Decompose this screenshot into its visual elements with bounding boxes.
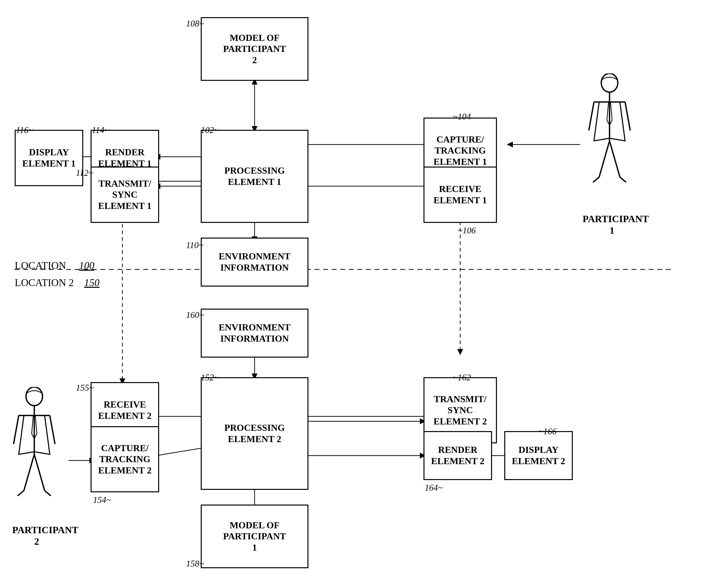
model-participant2-box: MODEL OFPARTICIPANT2 xyxy=(201,17,308,81)
ref-106: ~106 xyxy=(458,225,476,236)
env-info1-box: ENVIRONMENTINFORMATION xyxy=(201,237,308,286)
ref-110: 110~ xyxy=(186,240,203,250)
env-info2-box: ENVIRONMENTINFORMATION xyxy=(201,309,308,358)
participant2-label: PARTICIPANT2 xyxy=(12,524,61,547)
display2-box: DISPLAYELEMENT 2 xyxy=(504,431,573,480)
receive1-box: RECEIVEELEMENT 1 xyxy=(423,167,497,223)
svg-line-57 xyxy=(14,415,19,444)
ref-166: ~166 xyxy=(539,426,556,436)
svg-line-48 xyxy=(589,102,594,130)
svg-line-61 xyxy=(18,490,24,496)
model-participant1-label: MODEL OFPARTICIPANT1 xyxy=(223,520,286,553)
ref-114: 114~ xyxy=(92,125,109,135)
participant2-figure xyxy=(7,387,61,522)
svg-marker-44 xyxy=(507,142,513,148)
location2-label: LOCATION 2 150 xyxy=(15,277,99,288)
env-info2-label: ENVIRONMENTINFORMATION xyxy=(218,322,290,344)
location1-ref: 100 xyxy=(79,260,94,271)
capture1-label: CAPTURE/TRACKINGELEMENT 1 xyxy=(434,134,487,168)
ref-108: 108~ xyxy=(186,18,204,29)
ref-155: 155~ xyxy=(76,383,94,393)
ref-152: 152~ xyxy=(201,372,218,383)
ref-162: ~162 xyxy=(453,372,471,383)
ref-104: ~104 xyxy=(453,111,471,122)
participant1-figure xyxy=(582,74,636,208)
svg-line-49 xyxy=(625,102,630,130)
env-info1-label: ENVIRONMENTINFORMATION xyxy=(218,251,290,273)
render2-label: RENDERELEMENT 2 xyxy=(431,444,485,466)
participant1-label: PARTICIPANT1 xyxy=(582,213,641,236)
ref-164: 164~ xyxy=(425,482,443,493)
model-participant2-label: MODEL OFPARTICIPANT2 xyxy=(223,32,286,66)
render1-label: RENDERELEMENT 1 xyxy=(98,147,152,169)
svg-line-51 xyxy=(609,141,620,177)
processing1-box: PROCESSINGELEMENT 1 xyxy=(201,130,308,223)
svg-line-58 xyxy=(50,415,55,444)
capture2-box: CAPTURE/TRACKINGELEMENT 2 xyxy=(90,426,159,492)
svg-line-52 xyxy=(593,177,599,182)
processing1-label: PROCESSINGELEMENT 1 xyxy=(224,165,285,187)
receive2-label: RECEIVEELEMENT 2 xyxy=(98,399,152,421)
location1-label: LOCATION 100 xyxy=(15,260,94,271)
ref-116: 116~ xyxy=(16,125,33,135)
model-participant1-box: MODEL OFPARTICIPANT1 xyxy=(201,505,308,568)
processing2-box: PROCESSINGELEMENT 2 xyxy=(201,377,308,490)
ref-112: 112~ xyxy=(76,168,93,178)
svg-line-62 xyxy=(45,490,51,496)
svg-line-59 xyxy=(24,454,34,490)
svg-point-45 xyxy=(601,74,618,92)
ref-158: 158~ xyxy=(186,558,204,569)
svg-line-50 xyxy=(599,141,609,177)
svg-line-60 xyxy=(34,454,45,490)
svg-point-54 xyxy=(26,387,43,406)
svg-line-53 xyxy=(620,177,626,182)
transmit2-label: TRANSMIT/SYNCELEMENT 2 xyxy=(434,394,487,427)
ref-154: 154~ xyxy=(93,495,111,505)
ref-102: 102~ xyxy=(201,125,218,135)
render2-box: RENDERELEMENT 2 xyxy=(423,431,492,480)
location2-ref: 150 xyxy=(84,277,99,288)
transmit1-box: TRANSMIT/SYNCELEMENT 1 xyxy=(90,167,159,223)
display2-label: DISPLAYELEMENT 2 xyxy=(512,444,565,466)
processing2-label: PROCESSINGELEMENT 2 xyxy=(224,422,285,445)
display1-box: DISPLAYELEMENT 1 xyxy=(15,130,83,186)
receive1-label: RECEIVEELEMENT 1 xyxy=(434,183,487,206)
capture2-label: CAPTURE/TRACKINGELEMENT 2 xyxy=(98,443,152,476)
svg-marker-22 xyxy=(457,349,463,355)
ref-160: 160~ xyxy=(186,310,204,320)
display1-label: DISPLAYELEMENT 1 xyxy=(22,147,76,169)
transmit1-label: TRANSMIT/SYNCELEMENT 1 xyxy=(98,178,152,211)
